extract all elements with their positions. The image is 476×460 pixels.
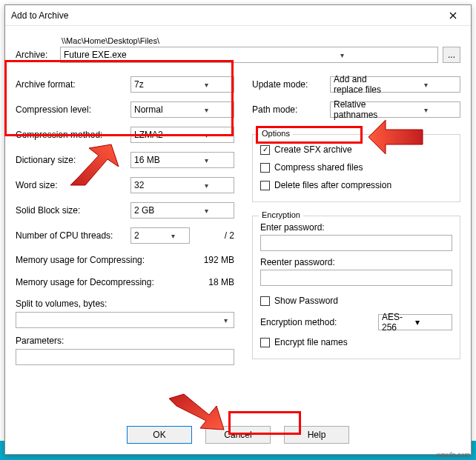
left-column: Archive format: 7z▾ Compression level: N…	[16, 73, 234, 365]
delete-after-label: Delete files after compression	[274, 180, 391, 190]
enter-password-input[interactable]	[260, 235, 452, 251]
add-to-archive-dialog: Add to Archive Archive: \\Mac\Home\Deskt…	[4, 4, 472, 455]
compression-level-label: Compression level:	[16, 104, 130, 115]
mem-decompress-label: Memory usage for Decompressing:	[16, 277, 182, 287]
help-button[interactable]: Help	[284, 426, 349, 444]
archive-path: \\Mac\Home\Desktop\Files\	[60, 36, 460, 45]
word-size-label: Word size:	[16, 180, 130, 190]
show-password-checkbox[interactable]	[260, 296, 270, 306]
solid-block-size-select[interactable]: 2 GB▾	[130, 202, 234, 219]
encryption-method-label: Encryption method:	[260, 317, 374, 327]
compress-shared-label: Compress shared files	[274, 162, 363, 173]
create-sfx-checkbox[interactable]	[260, 145, 270, 155]
chevron-down-icon: ▾	[182, 207, 231, 215]
chevron-down-icon: ▾	[182, 181, 231, 190]
mem-compress-value: 192 MB	[182, 255, 234, 265]
create-sfx-label: Create SFX archive	[274, 144, 352, 155]
window-title: Add to Archive	[11, 10, 441, 21]
archive-label: Archive:	[16, 36, 56, 60]
delete-after-row[interactable]: Delete files after compression	[260, 176, 452, 194]
cpu-threads-max: / 2	[194, 230, 234, 241]
titlebar: Add to Archive	[5, 5, 471, 26]
chevron-down-icon: ▾	[182, 156, 231, 164]
cpu-threads-label: Number of CPU threads:	[16, 230, 130, 241]
archive-format-label: Archive format:	[16, 79, 130, 90]
word-size-select[interactable]: 32▾	[130, 177, 234, 193]
chevron-down-icon: ▾	[249, 51, 434, 59]
compress-shared-row[interactable]: Compress shared files	[260, 159, 452, 176]
ok-button[interactable]: OK	[127, 426, 192, 444]
path-mode-label: Path mode:	[252, 104, 330, 115]
cpu-threads-select[interactable]: 2▾	[130, 227, 190, 244]
compression-method-label: Compression method:	[16, 130, 130, 140]
archive-format-select[interactable]: 7z▾	[130, 76, 234, 93]
dictionary-size-label: Dictionary size:	[16, 155, 130, 165]
options-group: Options Create SFX archive Compress shar…	[252, 134, 460, 202]
encrypt-filenames-label: Encrypt file names	[274, 337, 348, 347]
encryption-legend: Encryption	[259, 210, 303, 219]
compress-shared-checkbox[interactable]	[260, 163, 270, 173]
chevron-down-icon: ▾	[220, 316, 231, 324]
delete-after-checkbox[interactable]	[260, 181, 270, 190]
reenter-password-input[interactable]	[260, 270, 452, 286]
path-mode-select[interactable]: Relative pathnames▾	[330, 101, 460, 118]
cancel-button[interactable]: Cancel	[205, 426, 271, 444]
browse-button[interactable]: ...	[443, 47, 460, 63]
compression-level-select[interactable]: Normal▾	[130, 101, 234, 118]
close-button[interactable]	[441, 5, 465, 26]
chevron-down-icon: ▾	[415, 317, 449, 327]
split-label: Split to volumes, bytes:	[16, 299, 234, 309]
update-mode-select[interactable]: Add and replace files▾	[330, 76, 460, 93]
options-legend: Options	[259, 129, 293, 138]
chevron-down-icon: ▾	[160, 232, 186, 240]
encryption-method-select[interactable]: AES-256▾	[378, 314, 452, 330]
parameters-label: Parameters:	[16, 336, 234, 346]
split-volumes-combo[interactable]: ▾	[16, 312, 234, 328]
watermark: wsxdn.com	[437, 451, 470, 459]
reenter-password-label: Reenter password:	[260, 257, 452, 267]
show-password-row[interactable]: Show Password	[260, 292, 452, 310]
mem-compress-label: Memory usage for Compressing:	[16, 255, 182, 265]
encrypt-filenames-checkbox[interactable]	[260, 338, 270, 347]
right-column: Update mode: Add and replace files▾ Path…	[252, 73, 460, 365]
mem-decompress-value: 18 MB	[182, 277, 234, 287]
encrypt-filenames-row[interactable]: Encrypt file names	[260, 333, 452, 351]
chevron-down-icon: ▾	[395, 81, 457, 89]
solid-block-size-label: Solid Block size:	[16, 205, 130, 216]
chevron-down-icon: ▾	[182, 106, 231, 114]
encryption-group: Encryption Enter password: Reenter passw…	[252, 216, 460, 359]
dictionary-size-select[interactable]: 16 MB▾	[130, 152, 234, 168]
create-sfx-row[interactable]: Create SFX archive	[260, 141, 452, 159]
archive-file-value: Future EXE.exe	[64, 50, 249, 60]
show-password-label: Show Password	[274, 296, 338, 306]
parameters-input[interactable]	[16, 349, 234, 365]
chevron-down-icon: ▾	[182, 131, 231, 139]
close-icon	[449, 12, 457, 19]
chevron-down-icon: ▾	[182, 81, 231, 89]
update-mode-label: Update mode:	[252, 79, 330, 90]
archive-file-combo[interactable]: Future EXE.exe ▾	[60, 47, 438, 63]
chevron-down-icon: ▾	[395, 106, 457, 114]
compression-method-select[interactable]: LZMA2▾	[130, 127, 234, 143]
enter-password-label: Enter password:	[260, 222, 452, 233]
